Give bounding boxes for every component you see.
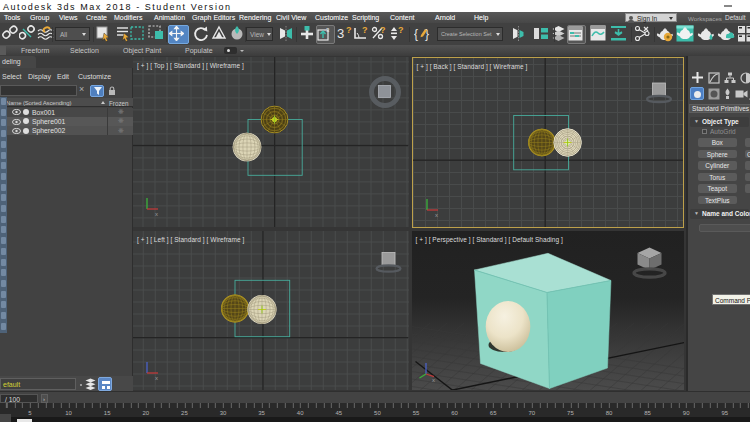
svg-text:x: x [155,211,158,217]
svg-text:3: 3 [326,27,330,33]
svg-text:?: ? [380,25,386,35]
svg-text:{: { [414,27,418,41]
svg-text:x: x [155,375,158,381]
svg-text:3: 3 [337,26,344,41]
svg-text:?: ? [362,25,368,35]
svg-text:x: x [432,377,435,383]
svg-text:x: x [435,212,438,218]
svg-text:?: ? [346,25,352,35]
svg-text:}: } [425,27,429,41]
svg-text:?: ? [398,25,404,35]
